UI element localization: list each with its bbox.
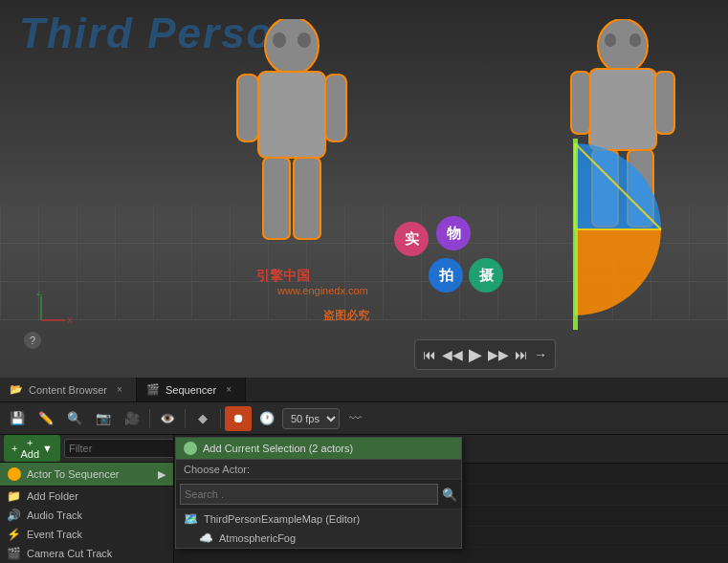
dropdown-search-icon[interactable]: 🔍	[442, 487, 457, 502]
actor-dropdown-overlay: Add Current Selection (2 actors) Choose …	[175, 437, 462, 549]
fog-icon: ☁️	[199, 531, 213, 545]
toolbar-diamond-btn[interactable]: ◆	[189, 406, 216, 431]
svg-point-14	[605, 33, 616, 47]
transport-skip-back[interactable]: ⏮	[423, 347, 436, 362]
tab-sequencer[interactable]: 🎬 Sequencer ×	[137, 378, 246, 401]
tab-sequencer-icon: 🎬	[146, 383, 160, 396]
badge-she: 摄	[469, 258, 503, 292]
add-selection-icon	[184, 442, 197, 455]
toolbar-camera-btn[interactable]: 📷	[90, 406, 117, 431]
badge-shi: 实	[394, 222, 429, 256]
svg-text:Z: Z	[36, 292, 42, 297]
viewport: Third Person	[0, 0, 728, 378]
toolbar-sep-1	[149, 409, 150, 428]
track-item-audio[interactable]: 🔊 Audio Track	[0, 506, 173, 525]
coord-axis: Z X	[27, 292, 75, 330]
sequencer-toolbar: 💾 ✏️ 🔍 📷 🎥 👁️ ◆ ⏺ 🕐 30 fps 50 fps 60 fps…	[0, 402, 728, 435]
track-add-folder-label: Add Folder	[27, 490, 78, 502]
svg-rect-2	[237, 75, 258, 141]
toolbar-edit-btn[interactable]: ✏️	[33, 406, 59, 431]
svg-point-0	[265, 19, 319, 75]
toolbar-sep-2	[185, 409, 186, 428]
tab-content-browser[interactable]: 📂 Content Browser ×	[0, 378, 137, 401]
svg-text:X: X	[67, 315, 73, 325]
fps-selector[interactable]: 30 fps 50 fps 60 fps	[282, 408, 340, 429]
tab-content-browser-icon: 📂	[10, 383, 23, 396]
svg-rect-5	[294, 158, 320, 239]
add-chevron: ▼	[42, 443, 53, 454]
dropdown-header: Choose Actor:	[176, 460, 461, 480]
actor-to-sequencer[interactable]: Actor To Sequencer ▶	[0, 463, 173, 487]
transport-forward[interactable]: ▶▶	[488, 347, 509, 362]
add-label: + Add	[20, 437, 39, 460]
transport-play[interactable]: ▶	[469, 344, 482, 365]
toolbar-record-btn[interactable]: ⏺	[225, 406, 252, 431]
toolbar-view-btn[interactable]: 👁️	[154, 406, 181, 431]
actor-circle-icon	[8, 467, 21, 481]
folder-icon: 📁	[6, 488, 21, 504]
fog-item-label: AtmosphericFog	[219, 532, 296, 544]
toolbar-curve-btn[interactable]: 〰	[342, 406, 368, 431]
map-item-label: ThirdPersonExampleMap (Editor)	[204, 513, 360, 525]
track-event-label: Event Track	[27, 529, 82, 540]
tab-sequencer-label: Sequencer	[165, 384, 216, 396]
track-item-camera-cut[interactable]: 🎬 Camera Cut Track	[0, 544, 173, 563]
audio-icon: 🔊	[6, 508, 21, 523]
watermark-container: Third Person	[0, 0, 728, 378]
robot-left	[230, 19, 354, 277]
transport-end[interactable]: →	[534, 347, 547, 362]
svg-point-6	[273, 32, 286, 48]
dropdown-item-fog[interactable]: ☁️ AtmosphericFog	[176, 529, 461, 548]
help-icon[interactable]: ?	[24, 332, 41, 349]
track-item-add-folder[interactable]: 📁 Add Folder	[0, 487, 173, 506]
watermark-notice: 盗图必究	[323, 308, 369, 324]
transport-bar: ⏮ ◀◀ ▶ ▶▶ ⏭ →	[414, 339, 556, 370]
filter-input[interactable]	[64, 439, 174, 458]
wheel-arc	[470, 124, 680, 335]
camera-cut-icon: 🎬	[6, 546, 21, 561]
actor-chevron-icon: ▶	[158, 468, 165, 481]
tab-sequencer-close[interactable]: ×	[222, 383, 235, 397]
toolbar-render-btn[interactable]: 🎥	[119, 406, 145, 431]
svg-rect-3	[325, 75, 346, 141]
svg-point-8	[598, 19, 648, 73]
track-list: + + Add ▼ 🔍 0 Actor To Sequencer ▶ 📁 Add…	[0, 435, 174, 563]
track-item-event[interactable]: ⚡ Event Track	[0, 525, 173, 544]
watermark-brand: 引擎中国	[256, 268, 310, 285]
add-current-selection-label: Add Current Selection (2 actors)	[203, 443, 353, 454]
tab-content-browser-label: Content Browser	[29, 384, 107, 396]
add-track-button[interactable]: + + Add ▼	[4, 435, 60, 462]
add-track-bar: + + Add ▼ 🔍 0	[0, 435, 173, 463]
toolbar-sep-3	[220, 409, 221, 428]
add-current-selection-item[interactable]: Add Current Selection (2 actors)	[176, 438, 461, 460]
add-icon: +	[11, 443, 17, 454]
transport-skip-forward[interactable]: ⏭	[515, 347, 528, 362]
toolbar-save-btn[interactable]: 💾	[4, 406, 31, 431]
track-camera-cut-label: Camera Cut Track	[27, 548, 112, 559]
badge-pai: 拍	[429, 258, 463, 292]
svg-rect-1	[258, 72, 325, 158]
svg-rect-4	[263, 158, 290, 239]
track-audio-label: Audio Track	[27, 509, 82, 521]
watermark-url: www.enginedx.com	[277, 285, 368, 296]
tab-bar: 📂 Content Browser × 🎬 Sequencer ×	[0, 378, 728, 402]
badge-wu: 物	[436, 216, 471, 250]
dropdown-item-map[interactable]: 🗺️ ThirdPersonExampleMap (Editor)	[176, 509, 461, 529]
transport-back[interactable]: ◀◀	[442, 347, 463, 362]
actor-to-sequencer-label: Actor To Sequencer	[27, 468, 119, 480]
toolbar-clock-btn[interactable]: 🕐	[254, 406, 280, 431]
dropdown-search-input[interactable]	[180, 484, 438, 505]
svg-point-7	[298, 32, 311, 48]
toolbar-search-btn[interactable]: 🔍	[61, 406, 88, 431]
svg-point-15	[629, 33, 641, 47]
dropdown-search: 🔍	[176, 480, 461, 509]
map-icon: 🗺️	[184, 512, 198, 526]
event-icon: ⚡	[6, 527, 21, 542]
svg-rect-19	[573, 139, 578, 330]
tab-content-browser-close[interactable]: ×	[113, 383, 126, 397]
